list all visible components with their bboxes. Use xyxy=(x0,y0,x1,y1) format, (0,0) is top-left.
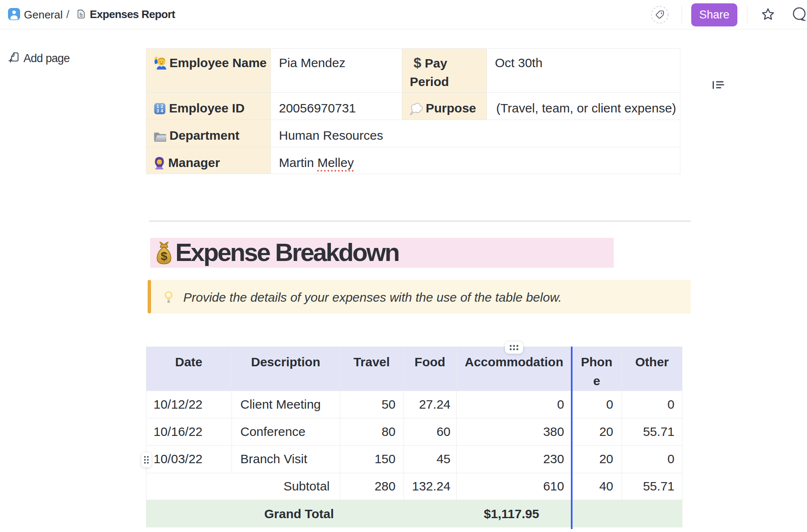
svg-text:2: 2 xyxy=(161,104,163,109)
svg-text:1: 1 xyxy=(156,104,159,109)
svg-text:3: 3 xyxy=(156,109,159,113)
svg-text:4: 4 xyxy=(161,109,163,113)
svg-text:$: $ xyxy=(161,250,167,263)
